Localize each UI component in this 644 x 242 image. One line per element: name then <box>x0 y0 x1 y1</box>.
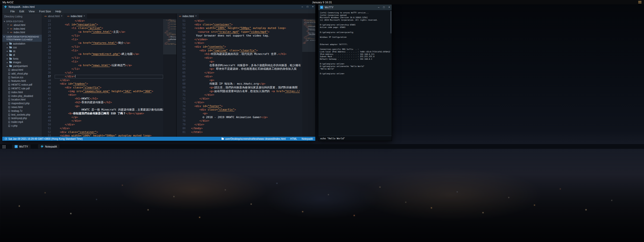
file-item[interactable]: mapredirect.php <box>2 101 42 105</box>
close-button[interactable]: × <box>388 6 390 9</box>
minimize-button[interactable]: – <box>378 6 380 9</box>
code-line[interactable]: </div> <box>189 101 302 105</box>
menu-edit[interactable]: Edit <box>17 9 26 13</box>
code-line[interactable]: <div id="contents"> <box>189 45 302 49</box>
minimap[interactable]: </div> <div class="container"> <video wi… <box>302 19 315 137</box>
code-line[interactable]: <h1>特別為建築及鐵路而設，現代化的 Minecraft 世界.</h1> <box>189 52 302 56</box>
terminal-input[interactable]: echo "Hello World" <box>318 136 392 141</box>
folder-item[interactable]: ▸yamlyamlami <box>2 64 42 68</box>
code-line[interactable]: <h2>香港的建築伺服器</h2> <box>55 101 163 105</box>
code-line[interactable]: HKWTC 是一個 Minecraft 的建築伺服器，主要建築計劃包括鐵路 <box>55 108 163 112</box>
menu-help[interactable]: Help <box>53 9 63 13</box>
file-item[interactable]: test_sockets.php <box>2 113 42 117</box>
file-item[interactable]: index.html <box>2 90 42 94</box>
code-line[interactable]: </video> <box>189 38 302 42</box>
close-icon[interactable]: × <box>195 15 197 17</box>
folder-item[interactable]: ▸dl <box>2 53 42 57</box>
code-line[interactable]: </div> <box>189 41 302 45</box>
open-editor-item[interactable]: ×<>index.html <box>2 31 42 34</box>
code-line[interactable]: 在香港的Minecraft 伺服器中，多為小遊戲和純生存的伺服器，較少擁有 <box>189 64 302 67</box>
menu-file[interactable]: File <box>8 9 17 13</box>
scrollbar-thumb[interactable] <box>390 11 391 33</box>
code-line[interactable]: </div> <box>189 123 302 127</box>
tab-index.html[interactable]: <>index.html× <box>177 14 199 19</box>
close-icon[interactable]: × <box>7 27 9 30</box>
code-line[interactable]: </div> <box>55 75 163 79</box>
open-editor-item[interactable]: ×<>about.html <box>2 23 42 27</box>
code-line[interactable]: <div class="clearfix"> <box>189 108 302 112</box>
close-icon[interactable]: × <box>61 15 63 17</box>
folder-item[interactable]: ▸autostation <box>2 42 42 46</box>
maximize-button[interactable]: □ <box>383 6 385 9</box>
code-line[interactable]: <div id="tagline" class="clearfix"> <box>189 49 302 53</box>
code-line[interactable]: <li> <box>55 49 163 53</box>
folder-item[interactable]: ▸css <box>2 46 42 49</box>
code-line[interactable]: <p> <box>189 112 302 116</box>
code-line[interactable]: </li> <box>55 45 163 49</box>
code-line[interactable]: </html> <box>189 130 302 134</box>
hamburger-menu-icon[interactable] <box>638 1 641 3</box>
code-line[interactable]: <div> <box>189 56 302 60</box>
file-item[interactable]: favicon.ico <box>2 76 42 79</box>
code-line[interactable]: <p> 即使你不是建築師，你也能透過紅石師或鐵路工程師的身份加入我 <box>189 67 302 71</box>
code-line[interactable]: </div> <box>55 127 163 130</box>
code-line[interactable]: <div> <box>55 93 163 97</box>
code-line[interactable]: <img src="images/box.png" height="342" w… <box>55 90 163 93</box>
code-line[interactable]: <div> <box>189 75 302 79</box>
code-line[interactable]: </div> <box>189 19 302 23</box>
code-line[interactable]: © 2018 - 2019 HKWTC Animation Gamer</p> <box>189 116 302 119</box>
app-launcher-grid-icon[interactable] <box>2 145 6 148</box>
open-editor-item[interactable]: ×<>index.html <box>2 27 42 31</box>
minimize-button[interactable]: – <box>302 6 303 8</box>
statusbar-language-mode[interactable]: HTML <box>290 137 297 140</box>
code-area[interactable]: </div> <div class="container"> <video wi… <box>187 19 302 137</box>
code-line[interactable]: <p> <box>189 60 302 64</box>
code-line[interactable]: </div> <box>55 119 163 123</box>
file-item[interactable]: testmysql.php <box>2 116 42 120</box>
code-line[interactable]: <div id="footer"> <box>189 105 302 108</box>
code-line[interactable]: <p> <box>55 105 163 108</box>
file-item[interactable]: features.html <box>2 79 42 83</box>
code-line[interactable]: <h1>HKWTC</h1> <box>55 97 163 101</box>
terminal-output[interactable]: [info] Conencting to arozos WsTTY servic… <box>318 10 392 136</box>
code-line[interactable]: </li> <box>55 56 163 60</box>
close-icon[interactable]: × <box>7 31 9 34</box>
code-line[interactable]: </ul> <box>55 71 163 75</box>
code-line[interactable]: <p>如有問題或需要申請白名單，歡迎加入我們的 <a href="https:/… <box>189 90 302 93</box>
menu-font-size[interactable]: Font Size <box>37 9 53 13</box>
file-item[interactable]: HKWTC notice.pdf <box>2 83 42 87</box>
code-line[interactable]: <a href="index.html">主頁</a> <box>55 30 163 34</box>
code-line[interactable]: </div> <box>55 123 163 127</box>
code-line[interactable]: Your browser does not support the video … <box>189 34 302 38</box>
folder-item[interactable]: ▸fonts <box>2 57 42 61</box>
file-item[interactable]: x.php <box>2 124 42 128</box>
maximize-button[interactable]: □ <box>307 6 308 8</box>
close-icon[interactable]: × <box>83 15 85 17</box>
open-editors-section[interactable]: ▾ OPEN EDITORS <box>2 20 42 23</box>
wstty-titlebar[interactable]: WsTTY – □ × <box>318 5 392 10</box>
folder-item[interactable]: ▸dc <box>2 49 42 53</box>
code-line[interactable]: </li> <box>55 67 163 71</box>
code-line[interactable]: <video width="100%" height="500px" autop… <box>189 26 302 30</box>
code-line[interactable]: <div class="clearfix"> <box>55 86 163 90</box>
notepada-titlebar[interactable]: NotepadA - index.html – □ × <box>2 5 315 9</box>
code-line[interactable]: <ul id="navigation"> <box>55 23 163 27</box>
menu-view[interactable]: View <box>27 9 37 13</box>
code-line[interactable]: </div> <box>189 119 302 123</box>
file-item[interactable]: about.html <box>2 68 42 72</box>
file-item[interactable]: add_vhost.php <box>2 72 42 76</box>
code-line[interactable]: </li> <box>55 34 163 38</box>
code-line[interactable]: <div class="container"> <box>189 23 302 27</box>
code-line[interactable]: 伺服器 IP 地址為： mcs.hkwtc.org</p> <box>189 82 302 86</box>
code-line[interactable]: <a href="features.html">簡介</a> <box>55 41 163 45</box>
tab-about.html[interactable]: <>about.html× <box>42 14 65 19</box>
code-line[interactable]: <p> <box>189 79 302 82</box>
taskbar-item-notepada[interactable]: NotepadA <box>38 144 59 149</box>
minimap-viewport[interactable] <box>163 19 176 54</box>
code-line[interactable]: <a href="news.html">玩家傳送門</a> <box>55 64 163 67</box>
code-line[interactable]: </p> <box>55 116 163 119</box>
code-line[interactable]: <div class="container"> <box>55 130 163 134</box>
close-button[interactable]: × <box>312 6 314 8</box>
file-item[interactable]: news.html <box>2 105 42 109</box>
code-line[interactable]: <p>請注意，我們的伺服器為確保玩家及遊玩時的質素，我們對的服務開 <box>189 86 302 90</box>
